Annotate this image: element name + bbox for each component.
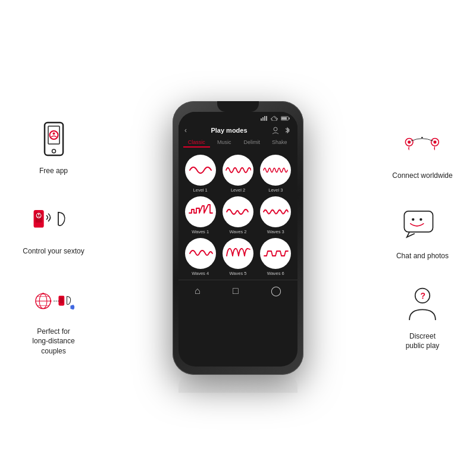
right-features: Connect worldwide Chat and photos	[381, 124, 464, 351]
level3-label: Level 3	[268, 187, 283, 193]
tab-delimit[interactable]: Delimit	[239, 138, 265, 148]
status-bar	[178, 112, 298, 124]
svg-point-35	[412, 218, 414, 221]
mode-level2[interactable]: Level 2	[221, 155, 255, 193]
level2-label: Level 2	[231, 187, 245, 193]
waves6-label: Waves 6	[267, 271, 284, 276]
phone-screen: ‹ Play modes Classic Music Delimit Sh	[178, 112, 298, 367]
feature-chat: Chat and photos	[381, 205, 464, 261]
phone-notch	[217, 101, 259, 112]
app-title: Play modes	[187, 127, 271, 134]
phone-mockup: ‹ Play modes Classic Music Delimit Sh	[173, 101, 303, 375]
feature-distance: ⭓ Perfect for long-distance couples	[12, 280, 95, 356]
feature-discreet: ? Discreet public play	[381, 285, 464, 352]
discreet-label: Discreet public play	[406, 331, 440, 352]
svg-text:⭓: ⭓	[70, 304, 74, 311]
modes-grid: Level 1 Level 2	[178, 151, 298, 280]
svg-point-15	[42, 293, 44, 295]
feature-free-app: Free app	[12, 120, 95, 176]
svg-rect-22	[262, 117, 264, 121]
mode-level1[interactable]: Level 1	[183, 155, 217, 193]
discreet-icon: ?	[402, 285, 443, 327]
svg-point-16	[50, 300, 52, 302]
mode-waves4[interactable]: Waves 4	[183, 238, 217, 276]
svg-rect-6	[36, 212, 42, 223]
level1-label: Level 1	[193, 187, 208, 193]
chat-icon	[402, 205, 443, 246]
svg-point-36	[419, 218, 422, 221]
waves1-label: Waves 1	[192, 229, 209, 234]
waves5-label: Waves 5	[230, 271, 247, 276]
chat-label: Chat and photos	[396, 251, 449, 261]
mode-tabs: Classic Music Delimit Shake	[178, 138, 298, 151]
svg-point-4	[52, 149, 55, 153]
profile-nav-icon[interactable]: ◯	[271, 285, 281, 296]
tab-classic[interactable]: Classic	[183, 138, 210, 148]
mode-waves1[interactable]: Waves 1	[183, 196, 217, 234]
svg-point-2	[49, 131, 58, 139]
mode-waves5[interactable]: Waves 5	[221, 238, 255, 276]
svg-rect-19	[60, 297, 64, 303]
svg-point-33	[421, 136, 423, 138]
control-label: Control your sextoy	[23, 246, 84, 256]
svg-point-30	[408, 140, 411, 143]
svg-rect-27	[289, 118, 290, 120]
svg-rect-21	[261, 118, 262, 121]
distance-label: Perfect for long-distance couples	[32, 327, 74, 356]
left-features: Free app Control your sextoy	[12, 120, 95, 356]
feature-connect: Connect worldwide	[381, 124, 464, 181]
free-app-label: Free app	[39, 166, 68, 176]
svg-rect-26	[281, 117, 287, 120]
bluetooth-icon	[283, 126, 292, 134]
tab-shake[interactable]: Shake	[267, 138, 293, 148]
svg-point-32	[433, 140, 436, 143]
svg-point-3	[52, 132, 55, 134]
chat-nav-icon[interactable]: □	[233, 286, 239, 296]
home-nav-icon[interactable]: ⌂	[195, 286, 201, 296]
mode-waves2[interactable]: Waves 2	[221, 196, 255, 234]
waves3-label: Waves 3	[267, 229, 284, 234]
svg-text:?: ?	[421, 291, 426, 300]
mode-waves6[interactable]: Waves 6	[259, 238, 293, 276]
phone-icon	[33, 120, 74, 161]
svg-rect-34	[404, 211, 433, 232]
feature-control: Control your sextoy	[12, 200, 95, 256]
connect-icon	[402, 124, 443, 166]
user-icon	[271, 126, 280, 134]
svg-rect-23	[264, 116, 265, 121]
phone-outer: ‹ Play modes Classic Music Delimit Sh	[173, 101, 303, 375]
svg-point-28	[274, 127, 277, 131]
waves2-label: Waves 2	[230, 229, 247, 234]
distance-icon: ⭓	[33, 280, 74, 322]
mode-waves3[interactable]: Waves 3	[259, 196, 293, 234]
mode-level3[interactable]: Level 3	[259, 155, 293, 193]
connect-label: Connect worldwide	[392, 171, 452, 181]
waves4-label: Waves 4	[192, 271, 209, 276]
bottom-nav: ⌂ □ ◯	[178, 280, 298, 302]
svg-rect-24	[266, 116, 267, 121]
app-header: ‹ Play modes	[178, 124, 298, 138]
tab-music[interactable]: Music	[211, 138, 238, 148]
svg-point-8	[38, 214, 39, 215]
control-icon	[33, 200, 74, 242]
